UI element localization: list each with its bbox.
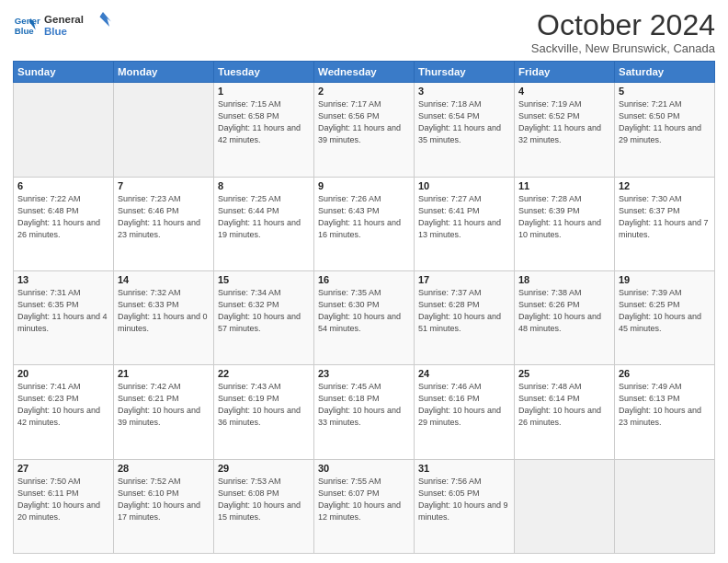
- day-info: Sunrise: 7:23 AM Sunset: 6:46 PM Dayligh…: [118, 193, 210, 241]
- calendar-cell: 22Sunrise: 7:43 AM Sunset: 6:19 PM Dayli…: [214, 365, 314, 459]
- weekday-header-friday: Friday: [515, 62, 615, 83]
- month-title: October 2024: [531, 9, 715, 41]
- day-info: Sunrise: 7:25 AM Sunset: 6:44 PM Dayligh…: [218, 193, 310, 241]
- calendar-cell: 18Sunrise: 7:38 AM Sunset: 6:26 PM Dayli…: [515, 270, 615, 364]
- calendar-cell: 15Sunrise: 7:34 AM Sunset: 6:32 PM Dayli…: [214, 270, 314, 364]
- weekday-header-sunday: Sunday: [14, 62, 114, 83]
- day-number: 6: [17, 180, 109, 191]
- logo: General Blue General Blue: [13, 9, 118, 42]
- calendar-week-3: 20Sunrise: 7:41 AM Sunset: 6:23 PM Dayli…: [14, 365, 715, 459]
- calendar-cell: [615, 459, 715, 553]
- day-number: 17: [418, 274, 510, 285]
- header: General Blue General Blue October 2024 S…: [13, 9, 715, 55]
- calendar-cell: 25Sunrise: 7:48 AM Sunset: 6:14 PM Dayli…: [515, 365, 615, 459]
- calendar-cell: [114, 83, 214, 177]
- svg-text:Blue: Blue: [15, 26, 35, 36]
- day-info: Sunrise: 7:22 AM Sunset: 6:48 PM Dayligh…: [17, 193, 109, 241]
- calendar-cell: 12Sunrise: 7:30 AM Sunset: 6:37 PM Dayli…: [615, 177, 715, 270]
- day-number: 18: [518, 274, 610, 285]
- day-number: 28: [118, 463, 210, 474]
- day-info: Sunrise: 7:41 AM Sunset: 6:23 PM Dayligh…: [17, 381, 109, 429]
- day-info: Sunrise: 7:15 AM Sunset: 6:58 PM Dayligh…: [218, 98, 310, 146]
- day-number: 7: [118, 180, 210, 191]
- calendar-week-4: 27Sunrise: 7:50 AM Sunset: 6:11 PM Dayli…: [14, 459, 715, 553]
- calendar-body: 1Sunrise: 7:15 AM Sunset: 6:58 PM Daylig…: [14, 83, 715, 554]
- day-info: Sunrise: 7:45 AM Sunset: 6:18 PM Dayligh…: [318, 381, 410, 429]
- calendar-cell: 10Sunrise: 7:27 AM Sunset: 6:41 PM Dayli…: [415, 177, 515, 270]
- calendar-cell: 31Sunrise: 7:56 AM Sunset: 6:05 PM Dayli…: [415, 459, 515, 553]
- day-number: 2: [318, 86, 410, 97]
- logo-icon: General Blue: [13, 12, 40, 40]
- calendar-cell: 13Sunrise: 7:31 AM Sunset: 6:35 PM Dayli…: [14, 270, 114, 364]
- weekday-row: SundayMondayTuesdayWednesdayThursdayFrid…: [14, 62, 715, 83]
- day-number: 15: [218, 274, 310, 285]
- calendar-cell: 30Sunrise: 7:55 AM Sunset: 6:07 PM Dayli…: [314, 459, 415, 553]
- calendar-cell: 14Sunrise: 7:32 AM Sunset: 6:33 PM Dayli…: [114, 270, 214, 364]
- calendar-cell: 5Sunrise: 7:21 AM Sunset: 6:50 PM Daylig…: [615, 83, 715, 177]
- logo-svg: General Blue: [44, 9, 118, 42]
- weekday-header-thursday: Thursday: [415, 62, 515, 83]
- day-number: 10: [418, 180, 510, 191]
- svg-marker-5: [99, 12, 110, 27]
- location-subtitle: Sackville, New Brunswick, Canada: [531, 41, 715, 55]
- day-info: Sunrise: 7:37 AM Sunset: 6:28 PM Dayligh…: [418, 287, 510, 335]
- day-info: Sunrise: 7:46 AM Sunset: 6:16 PM Dayligh…: [418, 381, 510, 429]
- calendar-cell: 3Sunrise: 7:18 AM Sunset: 6:54 PM Daylig…: [415, 83, 515, 177]
- day-number: 11: [518, 180, 610, 191]
- day-number: 14: [118, 274, 210, 285]
- day-number: 21: [118, 368, 210, 379]
- day-number: 25: [518, 368, 610, 379]
- day-info: Sunrise: 7:56 AM Sunset: 6:05 PM Dayligh…: [418, 476, 510, 523]
- weekday-header-saturday: Saturday: [615, 62, 715, 83]
- calendar-cell: 20Sunrise: 7:41 AM Sunset: 6:23 PM Dayli…: [14, 365, 114, 459]
- calendar-cell: 21Sunrise: 7:42 AM Sunset: 6:21 PM Dayli…: [114, 365, 214, 459]
- day-info: Sunrise: 7:27 AM Sunset: 6:41 PM Dayligh…: [418, 193, 510, 241]
- day-info: Sunrise: 7:18 AM Sunset: 6:54 PM Dayligh…: [418, 98, 510, 146]
- day-info: Sunrise: 7:50 AM Sunset: 6:11 PM Dayligh…: [17, 476, 109, 523]
- day-number: 20: [17, 368, 109, 379]
- day-number: 12: [619, 180, 711, 191]
- day-number: 19: [619, 274, 711, 285]
- day-info: Sunrise: 7:21 AM Sunset: 6:50 PM Dayligh…: [619, 98, 711, 146]
- day-number: 4: [518, 86, 610, 97]
- weekday-header-tuesday: Tuesday: [214, 62, 314, 83]
- day-number: 24: [418, 368, 510, 379]
- calendar-cell: 17Sunrise: 7:37 AM Sunset: 6:28 PM Dayli…: [415, 270, 515, 364]
- day-number: 30: [318, 463, 410, 474]
- calendar-cell: 26Sunrise: 7:49 AM Sunset: 6:13 PM Dayli…: [615, 365, 715, 459]
- calendar-week-2: 13Sunrise: 7:31 AM Sunset: 6:35 PM Dayli…: [14, 270, 715, 364]
- calendar-cell: 4Sunrise: 7:19 AM Sunset: 6:52 PM Daylig…: [515, 83, 615, 177]
- day-info: Sunrise: 7:55 AM Sunset: 6:07 PM Dayligh…: [318, 476, 410, 523]
- calendar-table: SundayMondayTuesdayWednesdayThursdayFrid…: [13, 61, 715, 554]
- calendar-cell: 27Sunrise: 7:50 AM Sunset: 6:11 PM Dayli…: [14, 459, 114, 553]
- day-info: Sunrise: 7:32 AM Sunset: 6:33 PM Dayligh…: [118, 287, 210, 335]
- day-number: 13: [17, 274, 109, 285]
- day-info: Sunrise: 7:52 AM Sunset: 6:10 PM Dayligh…: [118, 476, 210, 523]
- day-info: Sunrise: 7:30 AM Sunset: 6:37 PM Dayligh…: [619, 193, 711, 241]
- svg-text:General: General: [44, 14, 84, 25]
- calendar-cell: 1Sunrise: 7:15 AM Sunset: 6:58 PM Daylig…: [214, 83, 314, 177]
- day-info: Sunrise: 7:48 AM Sunset: 6:14 PM Dayligh…: [518, 381, 610, 429]
- svg-text:Blue: Blue: [44, 26, 68, 37]
- day-info: Sunrise: 7:17 AM Sunset: 6:56 PM Dayligh…: [318, 98, 410, 146]
- calendar-week-0: 1Sunrise: 7:15 AM Sunset: 6:58 PM Daylig…: [14, 83, 715, 177]
- day-info: Sunrise: 7:31 AM Sunset: 6:35 PM Dayligh…: [17, 287, 109, 335]
- day-info: Sunrise: 7:26 AM Sunset: 6:43 PM Dayligh…: [318, 193, 410, 241]
- calendar-cell: 28Sunrise: 7:52 AM Sunset: 6:10 PM Dayli…: [114, 459, 214, 553]
- day-number: 5: [619, 86, 711, 97]
- day-number: 27: [17, 463, 109, 474]
- calendar-cell: 8Sunrise: 7:25 AM Sunset: 6:44 PM Daylig…: [214, 177, 314, 270]
- calendar-cell: 2Sunrise: 7:17 AM Sunset: 6:56 PM Daylig…: [314, 83, 415, 177]
- day-info: Sunrise: 7:53 AM Sunset: 6:08 PM Dayligh…: [218, 476, 310, 523]
- day-number: 8: [218, 180, 310, 191]
- day-number: 16: [318, 274, 410, 285]
- day-info: Sunrise: 7:34 AM Sunset: 6:32 PM Dayligh…: [218, 287, 310, 335]
- day-number: 26: [619, 368, 711, 379]
- day-info: Sunrise: 7:43 AM Sunset: 6:19 PM Dayligh…: [218, 381, 310, 429]
- title-block: October 2024 Sackville, New Brunswick, C…: [531, 9, 715, 55]
- calendar-week-1: 6Sunrise: 7:22 AM Sunset: 6:48 PM Daylig…: [14, 177, 715, 270]
- calendar-cell: 7Sunrise: 7:23 AM Sunset: 6:46 PM Daylig…: [114, 177, 214, 270]
- calendar-header: SundayMondayTuesdayWednesdayThursdayFrid…: [14, 62, 715, 83]
- day-info: Sunrise: 7:49 AM Sunset: 6:13 PM Dayligh…: [619, 381, 711, 429]
- day-number: 31: [418, 463, 510, 474]
